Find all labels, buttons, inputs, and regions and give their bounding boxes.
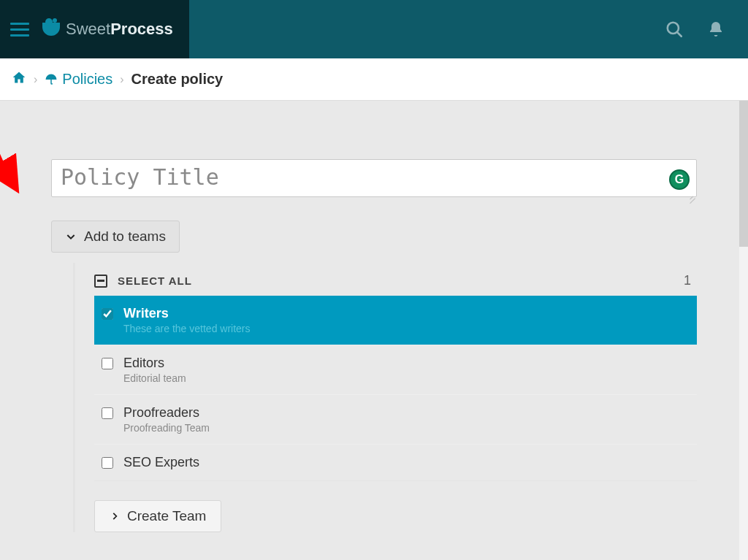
team-text: SEO Experts bbox=[123, 455, 199, 470]
add-to-teams-label: Add to teams bbox=[84, 229, 166, 245]
add-to-teams-toggle[interactable]: Add to teams bbox=[51, 220, 180, 253]
breadcrumb-current: Create policy bbox=[131, 71, 224, 88]
bell-icon[interactable] bbox=[707, 20, 725, 38]
create-team-button[interactable]: Create Team bbox=[94, 500, 221, 532]
main-content: G Add to teams SELECT ALL 1 WritersThese… bbox=[0, 101, 748, 560]
team-checkbox[interactable] bbox=[102, 308, 113, 320]
grammarly-icon[interactable]: G bbox=[669, 169, 690, 190]
breadcrumb: › Policies › Create policy bbox=[0, 58, 748, 101]
team-description: Proofreading Team bbox=[123, 422, 210, 434]
breadcrumb-policies-label: Policies bbox=[62, 71, 112, 88]
home-icon[interactable] bbox=[12, 70, 26, 88]
umbrella-icon bbox=[45, 73, 58, 86]
teams-list: WritersThese are the vetted writersEdito… bbox=[94, 296, 697, 481]
team-checkbox[interactable] bbox=[102, 457, 113, 469]
svg-line-1 bbox=[677, 32, 681, 36]
brand-text: SweetProcess bbox=[66, 20, 173, 39]
policy-title-wrap: G bbox=[51, 159, 697, 200]
cup-icon bbox=[42, 23, 60, 36]
team-name: Writers bbox=[123, 306, 251, 321]
team-name: Proofreaders bbox=[123, 405, 210, 421]
teams-panel: SELECT ALL 1 WritersThese are the vetted… bbox=[73, 263, 697, 532]
team-checkbox[interactable] bbox=[102, 358, 113, 369]
team-name: Editors bbox=[123, 356, 186, 371]
select-all-row: SELECT ALL 1 bbox=[94, 263, 697, 296]
breadcrumb-policies-link[interactable]: Policies bbox=[45, 71, 112, 88]
team-description: Editorial team bbox=[123, 372, 186, 384]
create-team-label: Create Team bbox=[127, 508, 206, 524]
scrollbar-track[interactable] bbox=[739, 101, 748, 560]
menu-hamburger-icon[interactable] bbox=[10, 23, 29, 37]
scrollbar-thumb[interactable] bbox=[739, 101, 748, 247]
team-text: EditorsEditorial team bbox=[123, 356, 186, 384]
search-icon[interactable] bbox=[665, 20, 684, 39]
team-row[interactable]: WritersThese are the vetted writers bbox=[94, 296, 697, 345]
app-header: SweetProcess bbox=[0, 0, 748, 58]
chevron-right-icon: › bbox=[120, 73, 123, 86]
chevron-right-icon bbox=[110, 511, 120, 521]
team-name: SEO Experts bbox=[123, 455, 199, 470]
policy-title-input[interactable] bbox=[51, 159, 697, 197]
team-text: ProofreadersProofreading Team bbox=[123, 405, 210, 434]
header-left: SweetProcess bbox=[0, 0, 189, 58]
select-all-label: SELECT ALL bbox=[118, 275, 192, 287]
textarea-resize-handle[interactable] bbox=[688, 191, 695, 199]
brand-logo[interactable]: SweetProcess bbox=[42, 20, 173, 39]
annotation-arrow-icon bbox=[0, 101, 50, 203]
chevron-down-icon bbox=[65, 231, 77, 242]
chevron-right-icon: › bbox=[34, 73, 37, 86]
team-row[interactable]: EditorsEditorial team bbox=[94, 345, 697, 395]
header-right bbox=[665, 20, 748, 39]
team-text: WritersThese are the vetted writers bbox=[123, 306, 251, 334]
selected-count: 1 bbox=[684, 273, 697, 288]
select-all-checkbox[interactable] bbox=[94, 275, 107, 288]
team-row[interactable]: SEO Experts bbox=[94, 445, 697, 481]
team-checkbox[interactable] bbox=[102, 407, 113, 419]
team-description: These are the vetted writers bbox=[123, 323, 251, 334]
team-row[interactable]: ProofreadersProofreading Team bbox=[94, 395, 697, 445]
